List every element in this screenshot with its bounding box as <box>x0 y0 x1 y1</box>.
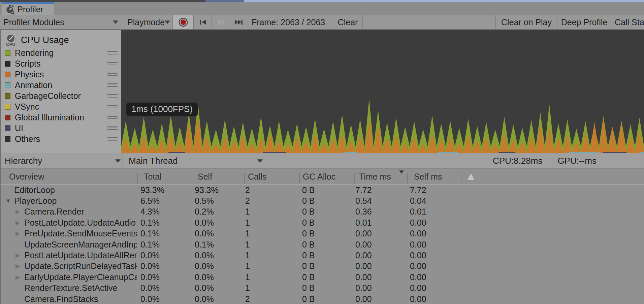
column-separator[interactable] <box>137 173 138 183</box>
column-separator[interactable] <box>244 173 245 183</box>
legend-drag-handle[interactable] <box>107 60 118 67</box>
legend-color-chip[interactable] <box>5 72 10 77</box>
legend-item[interactable]: GarbageCollector <box>1 90 121 101</box>
row-calls: 1 <box>245 272 250 282</box>
column-header-calls[interactable]: Calls <box>248 168 267 185</box>
clear-on-play-toggle[interactable]: Clear on Play <box>496 15 557 29</box>
row-calls: 2 <box>245 185 250 195</box>
cpu-module-header[interactable]: CPU CPU Usage <box>1 30 121 47</box>
column-separator[interactable] <box>407 173 408 183</box>
view-mode-dropdown[interactable]: Hierarchy <box>5 153 123 168</box>
expand-arrow-icon[interactable]: ▶ <box>15 263 24 270</box>
legend-item[interactable]: VSync <box>1 101 121 112</box>
expand-arrow-icon[interactable]: ▶ <box>15 252 24 259</box>
column-header-time-ms[interactable]: Time ms <box>359 168 391 185</box>
deep-profile-toggle[interactable]: Deep Profile <box>557 15 611 29</box>
legend-color-chip[interactable] <box>5 115 10 120</box>
row-gc-alloc: 0 B <box>302 217 315 228</box>
row-calls: 1 <box>245 261 250 272</box>
legend-drag-handle[interactable] <box>107 103 118 110</box>
profiler-modules-dropdown[interactable]: Profiler Modules <box>0 15 123 29</box>
row-self: 0.0% <box>195 228 214 239</box>
legend-item[interactable]: Animation <box>1 80 121 90</box>
legend-color-chip[interactable] <box>5 104 10 110</box>
record-button[interactable] <box>173 15 194 29</box>
column-header-gc-alloc[interactable]: GC Alloc <box>303 168 335 185</box>
warning-column-icon[interactable] <box>465 172 476 183</box>
row-self: 93.3% <box>195 185 219 195</box>
column-header-self[interactable]: Self <box>198 168 212 185</box>
legend-drag-handle[interactable] <box>107 125 118 131</box>
table-row[interactable]: ▶ PreUpdate.SendMouseEvents 0.1% 0.0% 1 … <box>1 228 644 239</box>
legend-drag-handle[interactable] <box>107 92 118 99</box>
column-separator[interactable] <box>354 173 355 183</box>
legend-drag-handle[interactable] <box>107 114 118 121</box>
tab-profiler[interactable]: Profiler <box>2 2 54 15</box>
expand-arrow-icon[interactable]: ▶ <box>15 230 24 237</box>
legend-item-label: Animation <box>15 80 52 90</box>
table-row[interactable]: ▶ RenderTexture.SetActive 0.0% 0.0% 1 0 … <box>1 283 644 294</box>
legend-color-chip[interactable] <box>5 136 10 142</box>
expand-arrow-icon[interactable]: ▼ <box>5 198 14 204</box>
cpu-usage-chart[interactable]: 1ms (1000FPS) <box>121 30 644 153</box>
hierarchy-table-body: ▶ EditorLoop 93.3% 93.3% 2 0 B 7.72 7.72… <box>0 184 644 304</box>
frame-counter-label: Frame: 2063 / 2063 <box>252 17 325 27</box>
legend-color-chip[interactable] <box>5 93 10 99</box>
column-separator[interactable] <box>484 173 484 183</box>
legend-drag-handle[interactable] <box>107 136 118 142</box>
legend-item[interactable]: Rendering <box>1 47 121 58</box>
frame-counter: Frame: 2063 / 2063 <box>248 15 333 29</box>
legend-drag-handle[interactable] <box>107 71 118 78</box>
legend-item[interactable]: Global Illumination <box>1 112 121 123</box>
row-total: 0.0% <box>140 294 160 304</box>
row-label-cell: ▶ EarlyUpdate.PlayerCleanupCachedData <box>1 272 137 282</box>
row-name: Update.ScriptRunDelayedTasks <box>24 261 137 271</box>
table-row[interactable]: ▼ PlayerLoop 6.5% 0.5% 2 0 B 0.54 0.04 <box>1 195 644 206</box>
legend-color-chip[interactable] <box>5 82 10 88</box>
playmode-target-dropdown[interactable]: Playmode <box>123 15 173 29</box>
expand-arrow-icon[interactable]: ▶ <box>15 208 24 215</box>
table-row[interactable]: ▶ Update.ScriptRunDelayedTasks 0.0% 0.0%… <box>1 261 644 272</box>
table-row[interactable]: ▶ EditorLoop 93.3% 93.3% 2 0 B 7.72 7.72 <box>1 185 644 195</box>
column-header-total[interactable]: Total <box>144 168 162 185</box>
legend-item-label: Others <box>15 134 40 144</box>
first-frame-button[interactable] <box>194 15 212 29</box>
window-top-strip <box>0 0 644 2</box>
legend-item[interactable]: Physics <box>1 69 121 80</box>
column-header-self-ms[interactable]: Self ms <box>414 168 442 185</box>
legend-color-chip[interactable] <box>5 125 10 131</box>
playmode-label: Playmode <box>127 17 165 27</box>
row-self-ms: 0.00 <box>410 283 426 294</box>
column-header-overview[interactable]: Overview <box>9 168 44 185</box>
legend-item[interactable]: UI <box>1 123 121 134</box>
table-row[interactable]: ▶ Camera.Render 4.3% 0.2% 1 0 B 0.36 0.0… <box>1 206 644 217</box>
table-row[interactable]: ▶ Camera.FindStacks 0.0% 0.0% 2 0 B 0.00… <box>1 294 644 304</box>
thread-dropdown[interactable]: Main Thread <box>129 153 263 168</box>
skip-to-last-frame-icon <box>234 19 244 26</box>
column-separator[interactable] <box>299 173 300 183</box>
legend-drag-handle[interactable] <box>107 82 118 88</box>
legend-item[interactable]: Others <box>1 134 121 144</box>
table-row[interactable]: ▶ PostLateUpdate.UpdateAllRenderers 0.0%… <box>1 250 644 261</box>
next-frame-button[interactable] <box>212 15 230 29</box>
expand-arrow-icon[interactable]: ▶ <box>15 274 24 281</box>
row-self-ms: 7.72 <box>410 185 426 195</box>
expand-arrow-icon[interactable]: ▶ <box>15 219 24 226</box>
last-frame-button[interactable] <box>230 15 248 29</box>
legend-color-chip[interactable] <box>5 61 10 67</box>
column-separator[interactable] <box>192 173 192 183</box>
table-row[interactable]: ▶ PostLateUpdate.UpdateAudio 0.1% 0.0% 1… <box>1 217 644 228</box>
column-separator[interactable] <box>461 173 461 183</box>
legend-drag-handle[interactable] <box>107 49 118 56</box>
table-row[interactable]: ▶ UpdateScreenManagerAndInput 0.1% 0.1% … <box>1 239 644 250</box>
row-gc-alloc: 0 B <box>302 272 315 282</box>
legend-item-label: VSync <box>15 102 39 112</box>
row-time-ms: 7.72 <box>355 185 372 195</box>
legend-item[interactable]: Scripts <box>1 58 121 69</box>
cpu-time-value: CPU:8.28ms <box>493 156 542 166</box>
row-time-ms: 0.00 <box>355 250 372 261</box>
clear-button[interactable]: Clear <box>333 15 363 29</box>
call-stacks-toggle[interactable]: Call Stacks <box>611 15 644 29</box>
table-row[interactable]: ▶ EarlyUpdate.PlayerCleanupCachedData 0.… <box>1 272 644 282</box>
legend-color-chip[interactable] <box>5 50 10 56</box>
